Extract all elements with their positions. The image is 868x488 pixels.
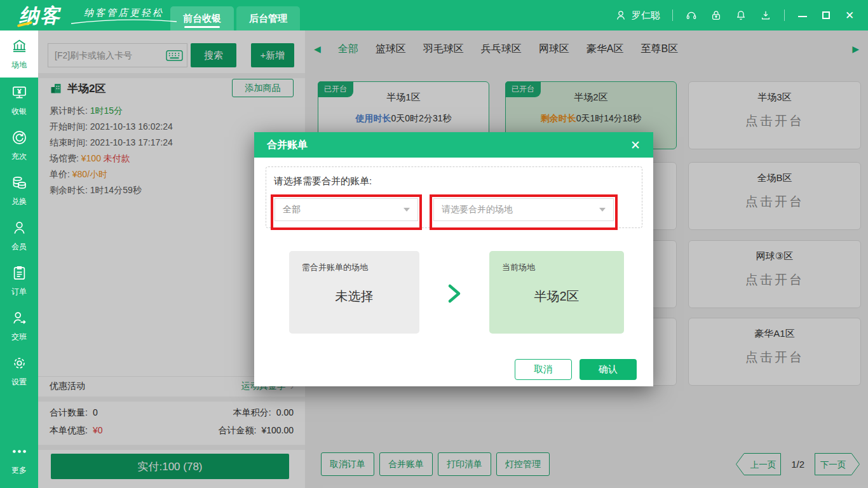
tab-front-desk[interactable]: 前台收银 (170, 6, 234, 30)
sidebar-item-9[interactable]: 更多 (0, 437, 38, 482)
annotation-highlight-1 (271, 194, 422, 230)
headset-icon[interactable] (685, 9, 698, 22)
topbar-right: 罗仁聪 ✕ (614, 9, 868, 22)
sidebar-item-label: 收银 (11, 106, 27, 117)
sidebar-item-1[interactable]: 场地 (0, 30, 38, 78)
target-venue-value: 半场2区 (489, 288, 624, 305)
separator (784, 10, 785, 21)
modal-prompt: 请选择需要合并的账单: (274, 175, 372, 187)
cancel-button[interactable]: 取消 (515, 359, 572, 380)
sidebar-item-3[interactable]: 充次 (0, 123, 38, 168)
target-venue-box: 当前场地 半场2区 (489, 251, 624, 334)
source-venue-value: 未选择 (289, 288, 419, 305)
logo: 纳客 纳客管店更轻松 (19, 6, 178, 25)
maximize-button[interactable] (820, 10, 832, 21)
sidebar-item-6[interactable]: 订单 (0, 258, 38, 303)
sidebar-item-label: 充次 (11, 151, 27, 162)
confirm-button[interactable]: 确认 (580, 359, 637, 380)
download-icon[interactable] (759, 9, 772, 22)
merge-bills-modal: 合并账单 ✕ 请选择需要合并的账单: 全部 请选要合并的场地 需合并账单的场地 … (254, 132, 653, 386)
sidebar-item-4[interactable]: 兑换 (0, 168, 38, 213)
venue-icon (11, 37, 28, 57)
member-icon (11, 219, 28, 238)
recharge-icon (11, 129, 28, 148)
modal-close-icon[interactable]: ✕ (630, 138, 641, 152)
sidebar-item-label: 更多 (11, 465, 27, 476)
minimize-button[interactable] (797, 10, 808, 21)
topbar: 纳客 纳客管店更轻松 前台收银后台管理 罗仁聪 ✕ (0, 0, 868, 30)
brand-slogan: 纳客管店更轻松 (70, 7, 178, 25)
more-icon (11, 443, 28, 462)
brand-logo: 纳客 (19, 6, 61, 25)
merge-arrow-icon (447, 283, 462, 306)
sidebar-item-label: 订单 (11, 287, 27, 297)
sidebar-item-7[interactable]: 交班 (0, 303, 38, 348)
annotation-highlight-2 (430, 194, 618, 230)
modal-title: 合并账单 (267, 139, 308, 152)
orders-icon (11, 264, 28, 283)
user-icon (614, 9, 627, 22)
sidebar-item-5[interactable]: 会员 (0, 213, 38, 258)
separator (672, 10, 673, 21)
slogan-underline-swoosh (70, 19, 178, 25)
sidebar-item-label: 会员 (11, 241, 27, 252)
tab-back-office[interactable]: 后台管理 (236, 6, 300, 30)
sidebar-item-label: 场地 (11, 60, 27, 71)
modal-header: 合并账单 ✕ (254, 132, 653, 158)
cashier-icon (11, 84, 28, 103)
sidebar-item-label: 交班 (11, 332, 27, 342)
current-user[interactable]: 罗仁聪 (614, 9, 660, 22)
source-venue-box: 需合并账单的场地 未选择 (289, 251, 419, 334)
user-name: 罗仁聪 (632, 10, 660, 22)
topbar-tabs: 前台收银后台管理 (170, 6, 300, 30)
sidebar-item-label: 兑换 (11, 196, 27, 207)
sidebar-item-2[interactable]: 收银 (0, 78, 38, 123)
close-button[interactable]: ✕ (844, 10, 855, 21)
sidebar-item-label: 设置 (11, 377, 27, 388)
lock-icon[interactable] (710, 9, 722, 22)
settings-icon (11, 355, 28, 374)
bell-icon[interactable] (735, 9, 747, 22)
exchange-icon (11, 174, 28, 193)
sidebar-item-8[interactable]: 设置 (0, 348, 38, 393)
sidebar: 场地收银充次兑换会员订单交班设置更多 (0, 30, 38, 488)
app-window: 纳客 纳客管店更轻松 前台收银后台管理 罗仁聪 ✕ 场地收银充次兑换会员订单交班… (0, 0, 868, 488)
shift-icon (11, 309, 28, 329)
